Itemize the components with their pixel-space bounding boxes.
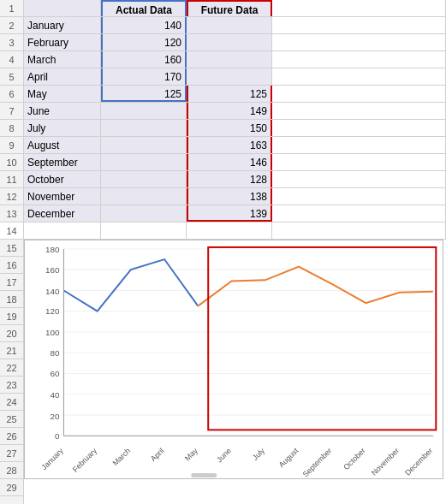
svg-text:100: 100	[45, 328, 60, 337]
row-num: 8	[0, 120, 24, 136]
svg-text:0: 0	[55, 431, 60, 441]
cell-actual[interactable]	[101, 103, 187, 119]
table-row: 9 August 163	[0, 137, 446, 154]
row-num: 27	[0, 445, 24, 462]
row-num: 7	[0, 103, 24, 119]
cell-future[interactable]: 139	[187, 205, 272, 222]
cell-month[interactable]: December	[24, 205, 101, 222]
svg-text:120: 120	[45, 306, 60, 316]
row-num: 9	[0, 137, 24, 153]
svg-text:60: 60	[50, 369, 60, 378]
actual-line	[63, 259, 198, 311]
svg-text:November: November	[370, 447, 401, 477]
cell-month[interactable]: September	[24, 154, 101, 170]
grid: 1 Actual Data Future Data 2 January 140 …	[0, 0, 446, 240]
chart-selection-rect	[208, 247, 436, 430]
svg-text:June: June	[215, 447, 233, 465]
row-num: 24	[0, 394, 24, 411]
cell-month[interactable]: March	[24, 51, 101, 68]
cell-month[interactable]: July	[24, 120, 101, 136]
cell-future[interactable]	[187, 17, 272, 33]
cell-actual[interactable]	[101, 120, 187, 136]
row-num: 15	[0, 240, 24, 257]
row-num: 29	[0, 479, 24, 496]
cell-actual[interactable]	[101, 171, 187, 187]
cell-month[interactable]: August	[24, 137, 101, 153]
row-num: 1	[0, 0, 24, 16]
row-num: 20	[0, 325, 24, 342]
row-num: 14	[0, 222, 24, 239]
svg-text:80: 80	[50, 348, 60, 358]
cell-actual[interactable]: 120	[101, 34, 187, 50]
cell-future[interactable]	[187, 51, 272, 68]
row-num: 28	[0, 462, 24, 479]
svg-text:October: October	[342, 447, 367, 472]
table-row: 13 December 139	[0, 205, 446, 222]
table-row: 2 January 140	[0, 17, 446, 34]
row-num	[0, 496, 24, 504]
header-future[interactable]: Future Data	[187, 0, 272, 16]
cell-future[interactable]: 125	[187, 86, 272, 102]
table-row: 1 Actual Data Future Data	[0, 0, 446, 17]
svg-text:160: 160	[45, 265, 60, 275]
table-row: 10 September 146	[0, 154, 446, 171]
svg-text:May: May	[183, 446, 199, 462]
cell-a1[interactable]	[24, 0, 101, 16]
table-row: 4 March 160	[0, 51, 446, 68]
row-num: 23	[0, 377, 24, 394]
svg-text:September: September	[301, 447, 334, 479]
row-num: 19	[0, 308, 24, 325]
cell-future[interactable]: 138	[187, 188, 272, 205]
row-num: 25	[0, 411, 24, 428]
cell-actual[interactable]: 140	[101, 17, 187, 33]
cell-rest	[272, 0, 446, 16]
svg-text:March: March	[111, 447, 133, 468]
cell-future[interactable]: 128	[187, 171, 272, 187]
row-num: 16	[0, 257, 24, 274]
svg-text:December: December	[403, 447, 434, 477]
cell-future[interactable]	[187, 68, 272, 85]
cell-month[interactable]: January	[24, 17, 101, 33]
row-num: 12	[0, 188, 24, 205]
svg-text:February: February	[71, 446, 99, 474]
svg-text:180: 180	[45, 245, 60, 254]
table-row: 5 April 170	[0, 68, 446, 86]
cell-actual[interactable]	[101, 188, 187, 205]
future-line	[198, 267, 433, 306]
cell-actual[interactable]: 170	[101, 68, 187, 85]
row-num: 4	[0, 51, 24, 68]
row-num: 3	[0, 34, 24, 50]
svg-text:July: July	[251, 446, 267, 462]
cell-month[interactable]: May	[24, 86, 101, 102]
row-num: 18	[0, 291, 24, 308]
cell-future[interactable]: 163	[187, 137, 272, 153]
row-num: 5	[0, 68, 24, 85]
cell-month[interactable]: October	[24, 171, 101, 187]
cell-month[interactable]: April	[24, 68, 101, 85]
table-row: 3 February 120	[0, 34, 446, 51]
cell-future[interactable]: 149	[187, 103, 272, 119]
cell-future[interactable]	[187, 34, 272, 50]
row-num: 21	[0, 342, 24, 359]
cell-actual[interactable]: 160	[101, 51, 187, 68]
row-num: 13	[0, 205, 24, 222]
cell-actual[interactable]: 125	[101, 86, 187, 102]
cell-month[interactable]: November	[24, 188, 101, 205]
header-actual[interactable]: Actual Data	[101, 0, 187, 16]
svg-text:August: August	[277, 446, 300, 469]
cell-actual[interactable]	[101, 137, 187, 153]
svg-text:20: 20	[50, 412, 60, 421]
cell-future[interactable]: 150	[187, 120, 272, 136]
cell-future[interactable]: 146	[187, 154, 272, 170]
chart-area: 180 160 140 120 100 80 60 40 20 0	[24, 240, 446, 496]
table-row: 11 October 128	[0, 171, 446, 188]
empty-rows-bottom	[0, 496, 446, 504]
row-num: 6	[0, 86, 24, 102]
table-row: 8 July 150	[0, 120, 446, 137]
cell-month[interactable]: June	[24, 103, 101, 119]
table-row: 12 November 138	[0, 188, 446, 205]
cell-month[interactable]: February	[24, 34, 101, 50]
cell-actual[interactable]	[101, 154, 187, 170]
cell-actual[interactable]	[101, 205, 187, 222]
row-num: 11	[0, 171, 24, 187]
